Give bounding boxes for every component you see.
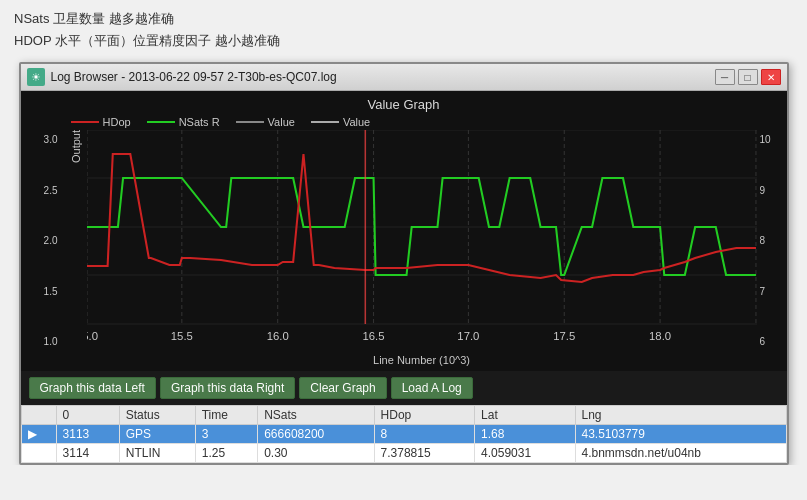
cell-7: 43.5103779 [575, 425, 786, 444]
hdop-info: HDOP 水平（平面）位置精度因子 越小越准确 [14, 30, 793, 52]
col-lng: Lng [575, 406, 786, 425]
col-nsats: NSats [258, 406, 374, 425]
svg-text:16.0: 16.0 [266, 330, 288, 342]
window-title: Log Browser - 2013-06-22 09-57 2-T30b-es… [51, 70, 337, 84]
cell-6: 4.059031 [475, 444, 575, 463]
svg-text:15.0: 15.0 [87, 330, 98, 342]
graph-left-button[interactable]: Graph this data Left [29, 377, 156, 399]
cell-7: 4.bnmmsdn.net/u04nb [575, 444, 786, 463]
graph-legend: HDop NSats R Value Value [21, 116, 787, 128]
close-button[interactable]: ✕ [761, 69, 781, 85]
graph-area: Value Graph HDop NSats R Value Value [21, 91, 787, 371]
graph-right-button[interactable]: Graph this data Right [160, 377, 295, 399]
data-table: 0 Status Time NSats HDop Lat Lng ▶3113GP… [21, 405, 787, 463]
col-num: 0 [56, 406, 119, 425]
cell-2: GPS [119, 425, 195, 444]
y-right-7: 7 [757, 286, 787, 297]
title-bar-controls: ─ □ ✕ [715, 69, 781, 85]
cell-4: 666608200 [258, 425, 374, 444]
data-table-wrap: 0 Status Time NSats HDop Lat Lng ▶3113GP… [21, 405, 787, 463]
cell-3: 3 [195, 425, 257, 444]
chart-svg-wrap: 15.0 15.5 16.0 16.5 17.0 17.5 18.0 [87, 130, 757, 369]
col-status: Status [119, 406, 195, 425]
col-arrow [21, 406, 56, 425]
clear-graph-button[interactable]: Clear Graph [299, 377, 386, 399]
cell-0 [21, 444, 56, 463]
cell-2: NTLIN [119, 444, 195, 463]
y-tick-1: 1.0 [21, 336, 61, 347]
cell-6: 1.68 [475, 425, 575, 444]
table-row[interactable]: ▶3113GPS366660820081.6843.5103779 [21, 425, 786, 444]
y-tick-3: 3.0 [21, 134, 61, 145]
minimize-button[interactable]: ─ [715, 69, 735, 85]
y-right-9: 9 [757, 185, 787, 196]
chart-container: 3.0 2.5 2.0 1.5 1.0 Output [21, 130, 787, 369]
cell-4: 0.30 [258, 444, 374, 463]
y-axis-label-wrap: Output [61, 130, 87, 369]
nsats-info: NSats 卫星数量 越多越准确 [14, 8, 793, 30]
nsats-line [87, 178, 756, 275]
x-axis-area: Line Number (10^3) [87, 350, 757, 369]
y-axis-label: Output [65, 130, 87, 163]
table-body: ▶3113GPS366660820081.6843.51037793114NTL… [21, 425, 786, 463]
legend-hdop: HDop [71, 116, 131, 128]
legend-value1-label: Value [268, 116, 295, 128]
cell-0: ▶ [21, 425, 56, 444]
legend-nsats-label: NSats R [179, 116, 220, 128]
col-lat: Lat [475, 406, 575, 425]
cell-1: 3114 [56, 444, 119, 463]
y-tick-25: 2.5 [21, 185, 61, 196]
legend-value2: Value [311, 116, 370, 128]
graph-title: Value Graph [21, 97, 787, 112]
legend-value1: Value [236, 116, 295, 128]
value2-line-icon [311, 121, 339, 123]
value1-line-icon [236, 121, 264, 123]
svg-text:17.0: 17.0 [457, 330, 479, 342]
cell-3: 1.25 [195, 444, 257, 463]
svg-text:17.5: 17.5 [553, 330, 575, 342]
hdop-line [87, 154, 756, 282]
svg-text:16.5: 16.5 [362, 330, 384, 342]
top-info: NSats 卫星数量 越多越准确 HDOP 水平（平面）位置精度因子 越小越准确 [0, 0, 807, 62]
toolbar: Graph this data Left Graph this data Rig… [21, 371, 787, 405]
legend-nsats: NSats R [147, 116, 220, 128]
cell-5: 7.378815 [374, 444, 474, 463]
title-bar-left: ☀ Log Browser - 2013-06-22 09-57 2-T30b-… [27, 68, 337, 86]
x-axis-label: Line Number (10^3) [373, 354, 470, 366]
nsats-line-icon [147, 121, 175, 123]
maximize-button[interactable]: □ [738, 69, 758, 85]
col-time: Time [195, 406, 257, 425]
title-bar: ☀ Log Browser - 2013-06-22 09-57 2-T30b-… [21, 64, 787, 91]
hdop-line-icon [71, 121, 99, 123]
legend-value2-label: Value [343, 116, 370, 128]
graph-svg: 15.0 15.5 16.0 16.5 17.0 17.5 18.0 [87, 130, 757, 350]
cell-5: 8 [374, 425, 474, 444]
table-header-row: 0 Status Time NSats HDop Lat Lng [21, 406, 786, 425]
svg-text:18.0: 18.0 [649, 330, 671, 342]
load-log-button[interactable]: Load A Log [391, 377, 473, 399]
svg-text:15.5: 15.5 [170, 330, 192, 342]
y-tick-15: 1.5 [21, 286, 61, 297]
y-right-10: 10 [757, 134, 787, 145]
window-icon: ☀ [27, 68, 45, 86]
col-hdop: HDop [374, 406, 474, 425]
cell-1: 3113 [56, 425, 119, 444]
y-tick-2: 2.0 [21, 235, 61, 246]
table-row[interactable]: 3114NTLIN1.250.307.3788154.0590314.bnmms… [21, 444, 786, 463]
main-window: ☀ Log Browser - 2013-06-22 09-57 2-T30b-… [19, 62, 789, 465]
y-right-6: 6 [757, 336, 787, 347]
legend-hdop-label: HDop [103, 116, 131, 128]
y-right-8: 8 [757, 235, 787, 246]
